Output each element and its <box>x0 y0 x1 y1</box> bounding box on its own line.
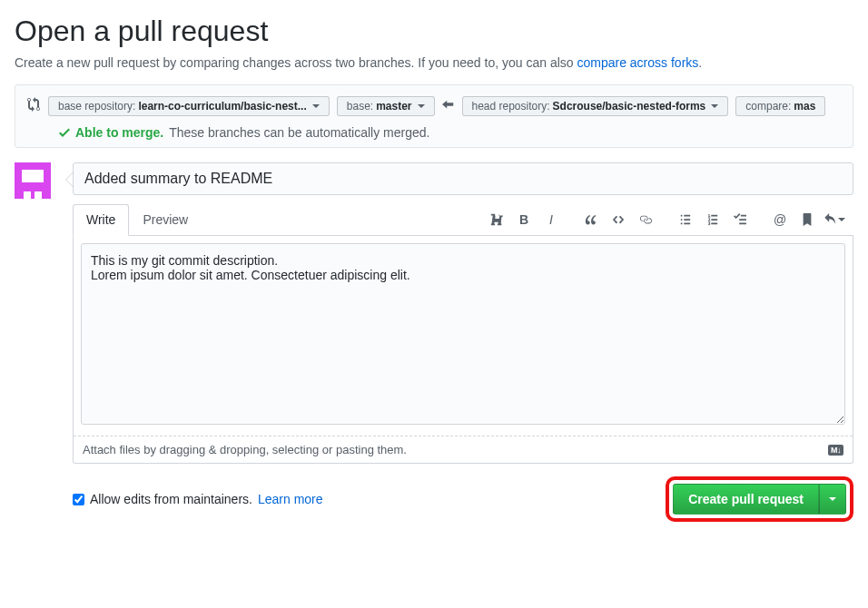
base-repo-select[interactable]: base repository: learn-co-curriculum/bas… <box>48 96 330 116</box>
merge-status-text: These branches can be automatically merg… <box>169 125 429 140</box>
chevron-down-icon <box>829 497 836 501</box>
create-button-highlight: Create pull request <box>666 476 853 522</box>
reply-icon[interactable] <box>823 208 846 231</box>
page-title: Open a pull request <box>15 15 853 48</box>
saved-replies-icon[interactable] <box>795 208 819 231</box>
head-repo-label: head repository: <box>472 100 550 113</box>
pr-title-input[interactable] <box>73 162 853 195</box>
code-icon[interactable] <box>607 208 630 231</box>
tab-write[interactable]: Write <box>73 204 129 236</box>
compare-forks-link[interactable]: compare across forks <box>577 55 698 70</box>
merge-status: Able to merge. These branches can be aut… <box>26 125 842 140</box>
merge-status-title: Able to merge. <box>75 125 163 140</box>
base-repo-value: learn-co-curriculum/basic-nest... <box>138 100 306 113</box>
check-icon <box>59 125 70 140</box>
unordered-list-icon[interactable] <box>674 208 697 231</box>
chevron-down-icon <box>418 104 425 108</box>
attach-hint[interactable]: Attach files by dragging & dropping, sel… <box>74 436 853 463</box>
head-repo-select[interactable]: head repository: Sdcrouse/basic-nested-f… <box>462 96 729 116</box>
base-branch-select[interactable]: base: master <box>337 96 435 116</box>
allow-edits-label[interactable]: Allow edits from maintainers. Learn more <box>73 492 323 506</box>
pr-description-textarea[interactable] <box>81 243 845 425</box>
chevron-down-icon <box>312 104 320 108</box>
speech-arrow <box>65 172 73 187</box>
arrow-left-icon <box>442 97 455 115</box>
compare-branch-value: mas <box>794 100 815 113</box>
compare-icon <box>26 97 41 115</box>
allow-edits-text: Allow edits from maintainers. <box>90 492 252 506</box>
compare-branch-label: compare: <box>745 100 791 113</box>
compare-branch-select[interactable]: compare: mas <box>735 96 825 116</box>
italic-icon[interactable]: I <box>539 208 563 231</box>
compare-box: base repository: learn-co-curriculum/bas… <box>15 84 853 148</box>
allow-edits-checkbox[interactable] <box>73 494 84 505</box>
create-pull-request-button[interactable]: Create pull request <box>673 484 819 515</box>
tab-preview[interactable]: Preview <box>129 204 202 235</box>
base-branch-value: master <box>376 100 411 113</box>
learn-more-link[interactable]: Learn more <box>258 492 323 506</box>
subtitle-text: Create a new pull request by comparing c… <box>15 55 577 70</box>
chevron-down-icon <box>711 104 718 108</box>
avatar-image <box>15 162 51 199</box>
create-pull-request-dropdown[interactable] <box>819 484 846 515</box>
ordered-list-icon[interactable] <box>701 208 725 231</box>
avatar <box>15 162 58 206</box>
task-list-icon[interactable] <box>728 208 752 231</box>
markdown-toolbar: B I @ <box>485 208 853 231</box>
mention-icon[interactable]: @ <box>768 208 792 231</box>
heading-icon[interactable] <box>485 208 508 231</box>
base-repo-label: base repository: <box>58 100 135 113</box>
link-icon[interactable] <box>634 208 657 231</box>
markdown-icon[interactable]: M↓ <box>828 445 843 456</box>
page-subtitle: Create a new pull request by comparing c… <box>15 55 853 70</box>
bold-icon[interactable]: B <box>512 208 536 231</box>
attach-hint-text: Attach files by dragging & dropping, sel… <box>83 443 407 456</box>
subtitle-suffix: . <box>698 55 702 70</box>
quote-icon[interactable] <box>579 208 603 231</box>
base-branch-label: base: <box>347 100 373 113</box>
head-repo-value: Sdcrouse/basic-nested-forms <box>553 100 706 113</box>
